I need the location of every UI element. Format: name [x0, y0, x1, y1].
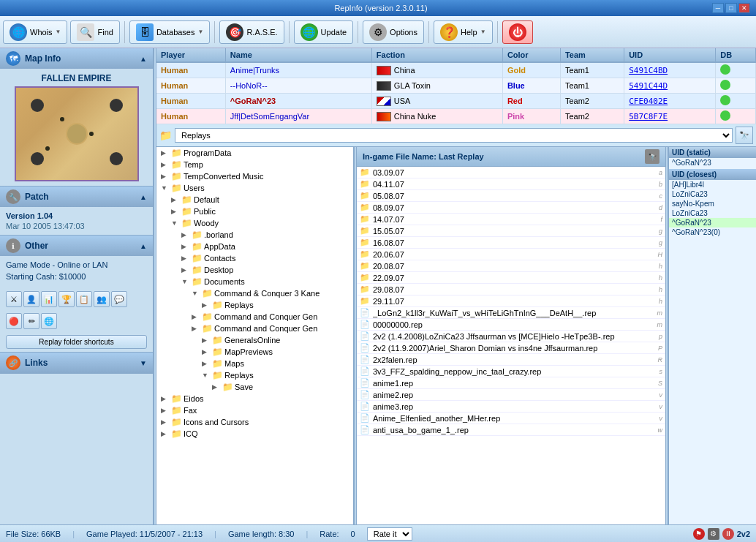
uid-closest-item[interactable]: LoZniCa23 — [669, 189, 756, 199]
tree-item[interactable]: ▶ 📁 Desktop — [156, 264, 353, 276]
player-name[interactable]: --HoNoR-- — [225, 78, 371, 94]
map-info-collapse[interactable]: ▲ — [140, 55, 147, 63]
rase-button[interactable]: 🎯 R.A.S.E. — [219, 20, 284, 44]
tree-item[interactable]: ▶ 📁 TempConverted Music — [156, 170, 353, 182]
uid-closest-item[interactable]: [AH]Libr4l — [669, 180, 756, 189]
icon-btn-10[interactable]: 🌐 — [41, 313, 57, 329]
player-name[interactable]: Jff|DetSomEngangVar — [225, 109, 371, 124]
list-item[interactable]: 📄 anime2.rep v — [357, 389, 665, 401]
list-item[interactable]: 📄 anime1.rep S — [357, 377, 665, 389]
patch-header[interactable]: 🔧 Patch ▲ — [0, 187, 153, 207]
player-uid[interactable]: 5B7C8F7E — [624, 109, 716, 124]
tree-item[interactable]: ▶ 📁 Command and Conquer Gen — [156, 323, 353, 334]
list-item[interactable]: 📁 14.07.07 f — [357, 214, 665, 225]
table-row[interactable]: Human Jff|DetSomEngangVar China Nuke Pin… — [156, 109, 756, 124]
icon-btn-1[interactable]: ⚔ — [6, 291, 22, 307]
tree-item[interactable]: ▶ 📁 Temp — [156, 159, 353, 170]
player-name[interactable]: Anime|Trunks — [225, 62, 371, 78]
list-item[interactable]: 📁 29.11.07 h — [357, 296, 665, 307]
player-uid[interactable]: CFE0402E — [624, 94, 716, 109]
other-collapse[interactable]: ▲ — [140, 242, 147, 250]
icon-btn-9[interactable]: ✏ — [23, 313, 39, 329]
tree-item[interactable]: ▼ 📁 Replays — [156, 369, 353, 381]
player-uid[interactable]: 5491C44D — [624, 78, 716, 94]
tree-item[interactable]: ▶ 📁 ProgramData — [156, 147, 353, 159]
maximize-button[interactable]: □ — [725, 3, 737, 13]
options-button[interactable]: ⚙ Options — [363, 20, 424, 44]
whois-button[interactable]: 🌐 Whois ▼ — [3, 20, 67, 44]
patch-collapse[interactable]: ▲ — [140, 193, 147, 201]
links-collapse[interactable]: ▼ — [140, 359, 147, 367]
list-item[interactable]: 📄 00000000.rep m — [357, 319, 665, 331]
tree-item[interactable]: ▶ 📁 Fax — [156, 404, 353, 416]
replay-shortcuts-button[interactable]: Replay folder shortcuts — [6, 335, 147, 349]
map-info-header[interactable]: 🗺 Map Info ▲ — [0, 48, 153, 69]
table-row[interactable]: Human Anime|Trunks China Gold Team1 S491… — [156, 62, 756, 78]
list-item[interactable]: 📄 anti_usa_bo_game_1_.rep w — [357, 424, 665, 436]
list-item[interactable]: 📁 08.09.07 d — [357, 202, 665, 214]
list-item[interactable]: 📄 3v3_FFZ_spalding_neppow_inc_taal_crazy… — [357, 366, 665, 377]
uid-closest-item[interactable]: LoZniCa23 — [669, 208, 756, 218]
power-button[interactable]: ⏻ — [502, 20, 533, 44]
list-item[interactable]: 📁 29.08.07 h — [357, 284, 665, 296]
minimize-button[interactable]: ─ — [712, 3, 724, 13]
tree-item[interactable]: ▶ 📁 Icons and Cursors — [156, 416, 353, 428]
folder-dropdown[interactable]: Replays — [175, 128, 733, 143]
uid-closest-item[interactable]: sayNo-Kpem — [669, 199, 756, 208]
find-button[interactable]: 🔍 Find — [70, 20, 119, 44]
other-header[interactable]: ℹ Other ▲ — [0, 236, 153, 256]
tree-item[interactable]: ▶ 📁 Replays — [156, 299, 353, 311]
icon-btn-6[interactable]: 👥 — [94, 291, 110, 307]
tree-item[interactable]: ▶ 📁 AppData — [156, 241, 353, 252]
tree-item[interactable]: ▶ 📁 Save — [156, 381, 353, 393]
list-item[interactable]: 📄 _LoGn2_k1ll3r_KuWaiT_vs_wHiTeLiGhTnInG… — [357, 307, 665, 319]
tree-item[interactable]: ▶ 📁 GeneralsOnline — [156, 334, 353, 346]
list-item[interactable]: 📁 20.08.07 h — [357, 260, 665, 272]
list-item[interactable]: 📄 anime3.rep v — [357, 401, 665, 413]
binoculars-icon[interactable]: 🔭 — [645, 149, 659, 164]
tree-item[interactable]: ▶ 📁 Contacts — [156, 252, 353, 264]
databases-button[interactable]: 🗄 Databases ▼ — [129, 20, 211, 44]
icon-btn-2[interactable]: 👤 — [23, 291, 39, 307]
list-item[interactable]: 📄 Anime_Elfenlied_another_MHer.rep v — [357, 413, 665, 424]
tree-item[interactable]: ▶ 📁 MapPreviews — [156, 346, 353, 358]
tree-item[interactable]: ▶ 📁 Eidos — [156, 393, 353, 404]
update-button[interactable]: 🌐 Update — [294, 20, 353, 44]
list-item[interactable]: 📄 2v2 (1.4.2008)LoZniCa23 Jffsaurman vs … — [357, 331, 665, 342]
list-item[interactable]: 📁 04.11.07 b — [357, 178, 665, 190]
list-item[interactable]: 📁 22.09.07 h — [357, 272, 665, 284]
list-item[interactable]: 📁 16.08.07 g — [357, 237, 665, 249]
table-row[interactable]: Human --HoNoR-- GLA Toxin Blue Team1 549… — [156, 78, 756, 94]
rate-dropdown[interactable]: Rate it 1 2 3 4 5 — [367, 527, 412, 541]
uid-static-value[interactable]: ^GoRaN^23 — [669, 158, 756, 168]
list-item[interactable]: 📄 2x2falen.rep R — [357, 354, 665, 366]
help-button[interactable]: ❓ Help ▼ — [434, 20, 493, 44]
tree-item[interactable]: ▶ 📁 Command and Conquer Gen — [156, 311, 353, 323]
icon-btn-7[interactable]: 💬 — [111, 291, 127, 307]
icon-btn-3[interactable]: 📊 — [41, 291, 57, 307]
links-header[interactable]: 🔗 Links ▼ — [0, 353, 153, 373]
tree-item[interactable]: ▼ 📁 Users — [156, 182, 353, 194]
list-item[interactable]: 📁 05.08.07 c — [357, 190, 665, 202]
uid-closest-item[interactable]: ^GoRaN^23(0) — [669, 227, 756, 237]
search-button[interactable]: 🔭 — [736, 127, 753, 144]
player-name[interactable]: ^GoRaN^23 — [225, 94, 371, 109]
tree-item[interactable]: ▶ 📁 Default — [156, 194, 353, 206]
tree-item[interactable]: ▼ 📁 Command & Conquer 3 Kane — [156, 287, 353, 299]
icon-btn-8[interactable]: 🔴 — [6, 313, 22, 329]
close-button[interactable]: ✕ — [738, 3, 750, 13]
list-item[interactable]: 📁 03.09.07 a — [357, 167, 665, 178]
tree-item[interactable]: ▶ 📁 Public — [156, 206, 353, 217]
tree-item[interactable]: ▶ 📁 ICQ — [156, 428, 353, 440]
list-item[interactable]: 📄 2v2 (11.9.2007)Ariel_Sharon Domian vs … — [357, 342, 665, 354]
list-item[interactable]: 📁 20.06.07 H — [357, 249, 665, 260]
uid-closest-item[interactable]: ^GoRaN^23 — [669, 218, 756, 227]
tree-item[interactable]: ▶ 📁 .borland — [156, 229, 353, 241]
tree-item[interactable]: ▼ 📁 Woody — [156, 217, 353, 229]
table-row[interactable]: Human ^GoRaN^23 USA Red Team2 CFE0402E — [156, 94, 756, 109]
icon-btn-4[interactable]: 🏆 — [58, 291, 75, 307]
icon-btn-5[interactable]: 📋 — [76, 291, 92, 307]
list-item[interactable]: 📁 15.05.07 g — [357, 225, 665, 237]
tree-item[interactable]: ▼ 📁 Documents — [156, 276, 353, 287]
tree-item[interactable]: ▶ 📁 Maps — [156, 358, 353, 369]
